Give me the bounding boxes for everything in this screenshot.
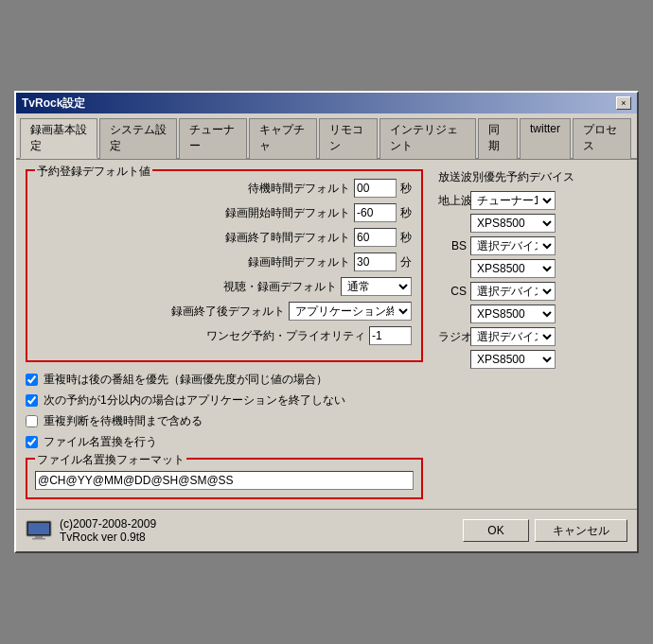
svg-rect-2: [35, 536, 43, 538]
file-format-title: ファイル名置換フォーマット: [35, 452, 186, 468]
rec-end-label: 録画終了時間デフォルト: [225, 230, 350, 246]
reservation-defaults-group: 予約登録デフォルト値 待機時間デフォルト 秒 録画開始時間デフォルト 秒 録画終…: [26, 169, 423, 362]
rec-time-label: 録画時間デフォルト: [248, 254, 350, 270]
tab-twitter[interactable]: twitter: [520, 118, 571, 159]
version: TvRock ver 0.9t8: [60, 531, 156, 544]
rec-time-unit: 分: [400, 254, 412, 270]
standby-time-row: 待機時間デフォルト 秒: [37, 179, 412, 198]
checkbox-1[interactable]: [26, 374, 38, 386]
window-title: TvRock設定: [22, 96, 85, 112]
checkbox-row-1: 重複時は後の番組を優先（録画優先度が同じ値の場合）: [26, 372, 423, 388]
tab-content: 予約登録デフォルト値 待機時間デフォルト 秒 録画開始時間デフォルト 秒 録画終…: [16, 160, 637, 509]
checkbox-label-1[interactable]: 重複時は後の番組を優先（録画優先度が同じ値の場合）: [44, 372, 327, 388]
broadcast-row-terrestrial: 地上波 チューナー1: [438, 191, 627, 210]
oneseg-input[interactable]: [369, 326, 412, 345]
tab-sync[interactable]: 同期: [478, 118, 518, 159]
after-rec-row: 録画終了後デフォルト アプリケーション終了: [37, 302, 412, 321]
bs-label: BS: [438, 239, 467, 252]
tab-recording-basic[interactable]: 録画基本設定: [20, 118, 97, 159]
terrestrial-secondary-select[interactable]: XPS8500: [470, 214, 556, 233]
rec-end-row: 録画終了時間デフォルト 秒: [37, 228, 412, 247]
tab-bar: 録画基本設定 システム設定 チューナー キャプチャ リモコン インテリジェント …: [16, 113, 637, 160]
rec-start-unit: 秒: [400, 205, 412, 221]
rec-start-row: 録画開始時間デフォルト 秒: [37, 203, 412, 222]
tab-intelligent[interactable]: インテリジェント: [379, 118, 476, 159]
svg-rect-3: [32, 538, 45, 540]
footer-buttons: OK キャンセル: [463, 519, 627, 542]
tab-tuner[interactable]: チューナー: [179, 118, 247, 159]
after-rec-label: 録画終了後デフォルト: [171, 304, 285, 320]
footer-left: (c)2007-2008-2009 TvRock ver 0.9t8: [26, 517, 156, 544]
rec-end-unit: 秒: [400, 230, 412, 246]
broadcast-section-title: 放送波別優先予約デバイス: [438, 169, 627, 185]
watch-rec-label: 視聴・録画デフォルト: [223, 279, 337, 295]
svg-rect-1: [28, 523, 49, 534]
bs-primary-select[interactable]: 選択デバイス: [470, 236, 556, 255]
checkboxes-section: 重複時は後の番組を優先（録画優先度が同じ値の場合） 次の予約が1分以内の場合はア…: [26, 372, 423, 450]
monitor-icon: [26, 520, 52, 541]
tab-capture[interactable]: キャプチャ: [249, 118, 317, 159]
checkbox-label-4[interactable]: ファイル名置換を行う: [44, 434, 157, 450]
close-button[interactable]: ×: [616, 96, 631, 110]
tab-system[interactable]: システム設定: [99, 118, 177, 159]
footer: (c)2007-2008-2009 TvRock ver 0.9t8 OK キャ…: [16, 509, 637, 551]
copyright: (c)2007-2008-2009: [60, 517, 156, 531]
watch-rec-select[interactable]: 通常: [341, 277, 412, 296]
cs-label: CS: [438, 285, 467, 298]
footer-info: (c)2007-2008-2009 TvRock ver 0.9t8: [60, 517, 156, 544]
broadcast-sub-row-bs: XPS8500: [470, 259, 627, 278]
standby-time-input[interactable]: [354, 179, 397, 198]
checkbox-row-4: ファイル名置換を行う: [26, 434, 423, 450]
file-format-input[interactable]: [35, 471, 414, 490]
main-layout: 予約登録デフォルト値 待機時間デフォルト 秒 録画開始時間デフォルト 秒 録画終…: [26, 169, 627, 499]
broadcast-row-radio: ラジオ 選択デバイス: [438, 327, 627, 346]
tab-remote[interactable]: リモコン: [319, 118, 378, 159]
checkbox-row-2: 次の予約が1分以内の場合はアプリケーションを終了しない: [26, 392, 423, 409]
left-panel: 予約登録デフォルト値 待機時間デフォルト 秒 録画開始時間デフォルト 秒 録画終…: [26, 169, 423, 499]
broadcast-row-cs: CS 選択デバイス: [438, 282, 627, 301]
watch-rec-row: 視聴・録画デフォルト 通常: [37, 277, 412, 296]
cs-primary-select[interactable]: 選択デバイス: [470, 282, 556, 301]
checkbox-label-2[interactable]: 次の予約が1分以内の場合はアプリケーションを終了しない: [44, 392, 345, 409]
broadcast-row-bs: BS 選択デバイス: [438, 236, 627, 255]
rec-time-row: 録画時間デフォルト 分: [37, 252, 412, 271]
broadcast-section: 放送波別優先予約デバイス 地上波 チューナー1 XPS8500: [438, 169, 627, 369]
cs-secondary-select[interactable]: XPS8500: [470, 305, 556, 323]
rec-time-input[interactable]: [354, 252, 397, 271]
broadcast-sub-row-cs: XPS8500: [470, 305, 627, 323]
oneseg-row: ワンセグ予約・プライオリティ: [37, 326, 412, 345]
rec-end-input[interactable]: [354, 228, 397, 247]
checkbox-row-3: 重複判断を待機時間まで含める: [26, 413, 423, 429]
terrestrial-label: 地上波: [438, 193, 467, 209]
reservation-defaults-title: 予約登録デフォルト値: [35, 164, 152, 180]
right-panel: 放送波別優先予約デバイス 地上波 チューナー1 XPS8500: [438, 169, 627, 499]
broadcast-sub-row-radio: XPS8500: [470, 350, 627, 369]
broadcast-sub-row-terrestrial: XPS8500: [470, 214, 627, 233]
title-bar: TvRock設定 ×: [16, 93, 637, 113]
rec-start-label: 録画開始時間デフォルト: [225, 205, 350, 221]
terrestrial-primary-select[interactable]: チューナー1: [470, 191, 556, 210]
after-rec-select[interactable]: アプリケーション終了: [289, 302, 412, 321]
checkbox-3[interactable]: [26, 415, 38, 427]
standby-time-label: 待機時間デフォルト: [248, 181, 350, 197]
oneseg-label: ワンセグ予約・プライオリティ: [206, 328, 365, 344]
ok-button[interactable]: OK: [463, 519, 529, 542]
bs-secondary-select[interactable]: XPS8500: [470, 259, 556, 278]
checkbox-4[interactable]: [26, 436, 38, 448]
radio-primary-select[interactable]: 選択デバイス: [470, 327, 556, 346]
file-format-group: ファイル名置換フォーマット: [26, 458, 423, 499]
radio-label: ラジオ: [438, 329, 467, 345]
checkbox-2[interactable]: [26, 394, 38, 407]
rec-start-input[interactable]: [354, 203, 397, 222]
main-window: TvRock設定 × 録画基本設定 システム設定 チューナー キャプチャ リモコ…: [14, 91, 639, 553]
radio-secondary-select[interactable]: XPS8500: [470, 350, 556, 369]
checkbox-label-3[interactable]: 重複判断を待機時間まで含める: [44, 413, 203, 429]
standby-time-unit: 秒: [400, 181, 412, 197]
title-bar-buttons: ×: [616, 96, 631, 110]
cancel-button[interactable]: キャンセル: [535, 519, 627, 542]
tab-process[interactable]: プロセス: [573, 118, 631, 159]
